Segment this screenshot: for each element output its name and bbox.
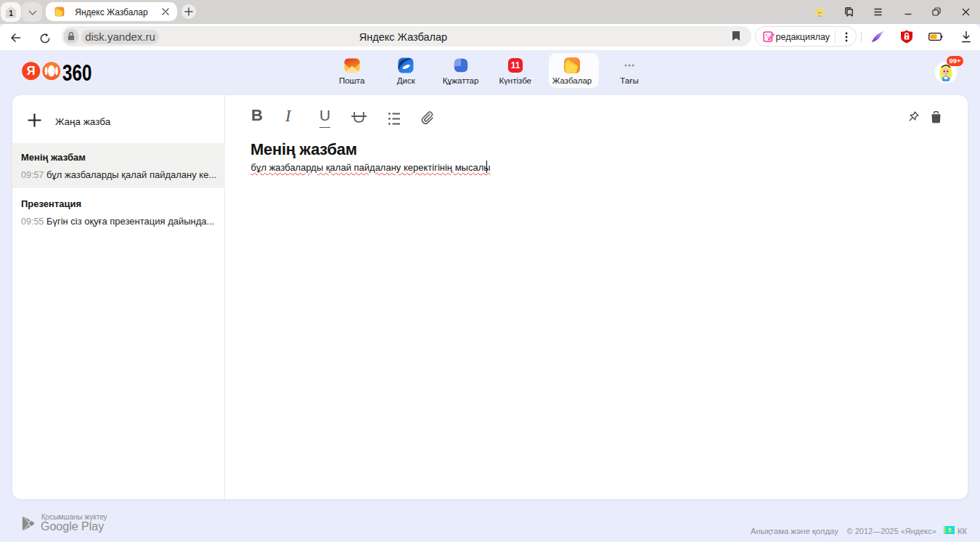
svg-text:Я: Я: [26, 64, 35, 77]
svg-text:11: 11: [510, 60, 520, 70]
svg-text:1: 1: [9, 8, 13, 17]
